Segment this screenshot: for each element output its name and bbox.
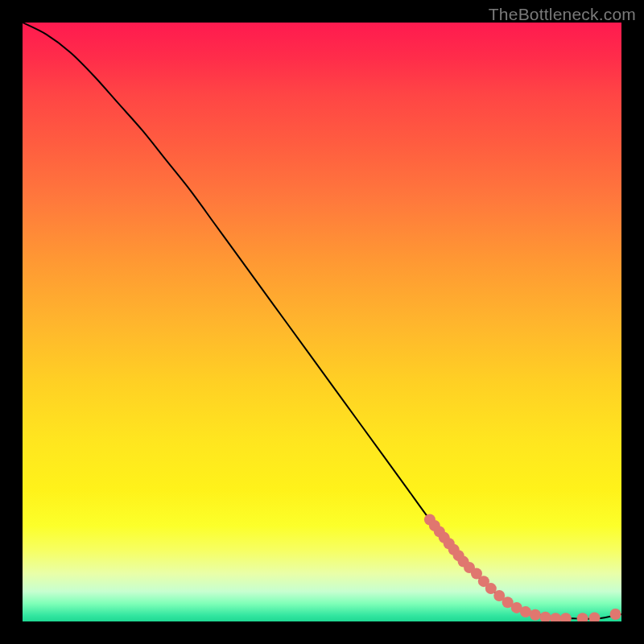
curve-marker bbox=[610, 609, 621, 620]
curve-markers bbox=[424, 514, 621, 621]
curve-marker bbox=[520, 606, 531, 617]
curve-marker bbox=[577, 613, 588, 621]
attribution-label: TheBottleneck.com bbox=[489, 5, 636, 24]
curve-marker bbox=[540, 612, 551, 621]
plot-area bbox=[23, 23, 621, 621]
curve-marker bbox=[550, 613, 561, 621]
chart-svg bbox=[23, 23, 621, 621]
curve-marker bbox=[560, 613, 572, 621]
bottleneck-curve-line bbox=[23, 23, 621, 619]
curve-marker bbox=[530, 609, 541, 621]
chart-stage: TheBottleneck.com bbox=[0, 0, 644, 644]
curve-marker bbox=[589, 613, 601, 621]
